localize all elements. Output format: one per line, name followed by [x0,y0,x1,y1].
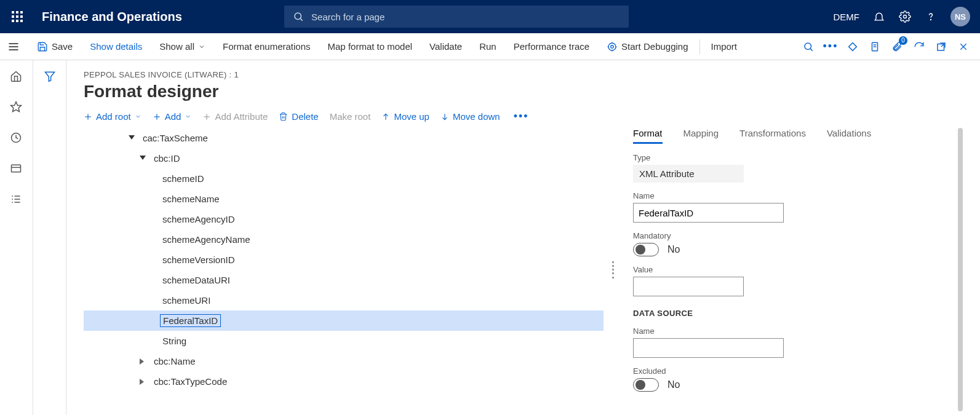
splitter-handle[interactable] [608,128,618,411]
nav-toggle-icon[interactable] [7,41,20,53]
start-debugging-label: Start Debugging [621,41,688,52]
collapse-icon[interactable] [127,133,137,143]
move-down-button[interactable]: Move down [440,111,500,122]
popout-icon[interactable] [934,40,948,53]
ds-name-input[interactable] [633,338,784,358]
search-action-icon[interactable] [802,40,815,53]
delete-button[interactable]: Delete [279,111,318,122]
tree-node-taxscheme[interactable]: cac:TaxScheme [84,128,604,148]
datasource-section: DATA SOURCE [633,309,963,318]
show-details-button[interactable]: Show details [81,33,151,60]
save-label: Save [52,41,73,52]
add-root-label: Add root [96,111,131,122]
tree-label: FederalTaxID [160,314,221,327]
home-icon[interactable] [10,70,23,84]
tree-node-schemeid[interactable]: schemeID [84,168,604,189]
recent-icon[interactable] [10,132,23,145]
tree-label: schemeAgencyName [160,234,253,245]
run-button[interactable]: Run [471,33,505,60]
star-icon[interactable] [10,101,23,114]
attachment-icon[interactable]: 0 [890,40,904,53]
mandatory-toggle[interactable] [633,243,659,256]
tree-node-federaltaxid[interactable]: FederalTaxID [84,310,604,331]
add-root-button[interactable]: Add root [84,111,141,122]
attachment-badge: 0 [899,36,907,45]
svg-marker-45 [140,379,144,385]
document-icon[interactable] [868,40,882,53]
svg-point-7 [611,45,614,48]
save-button[interactable]: Save [28,33,81,60]
move-up-button[interactable]: Move up [381,111,429,122]
tree-label: schemeID [160,173,207,184]
search-icon [293,11,304,22]
excluded-value: No [667,379,680,390]
scrollbar[interactable] [958,128,963,411]
app-launcher-icon[interactable] [10,9,25,24]
svg-point-2 [903,15,906,18]
modules-icon[interactable] [10,193,23,207]
add-attribute-label: Add Attribute [215,111,268,122]
workspace-icon[interactable] [10,162,23,176]
tree-label: schemeName [160,193,222,205]
filter-column [33,60,66,415]
performance-trace-button[interactable]: Performance trace [505,33,598,60]
bell-icon[interactable] [873,10,885,23]
excluded-toggle[interactable] [633,378,659,392]
tab-validations[interactable]: Validations [827,128,871,144]
tree-node-schemeagencyname[interactable]: schemeAgencyName [84,229,604,250]
more-actions-icon[interactable]: ••• [824,40,837,53]
tree-label: schemeDataURI [160,274,233,286]
tree-node-cbcid[interactable]: cbc:ID [84,148,604,168]
workspace: PEPPOL SALES INVOICE (LITWARE) : 1 Forma… [0,60,980,415]
tab-format[interactable]: Format [633,128,663,144]
tree-node-schemeuri[interactable]: schemeURI [84,290,604,310]
validate-button[interactable]: Validate [421,33,471,60]
expand-icon[interactable] [138,357,148,366]
tree-label: String [160,335,189,347]
start-debugging-button[interactable]: Start Debugging [598,33,696,60]
global-search[interactable] [284,6,629,28]
filter-icon[interactable] [44,70,56,415]
tab-transformations[interactable]: Transformations [739,128,806,144]
company-selector[interactable]: DEMF [833,12,859,22]
breadcrumb: PEPPOL SALES INVOICE (LITWARE) : 1 [84,70,963,79]
left-nav-rail [0,60,33,415]
value-input[interactable] [633,277,744,296]
map-format-button[interactable]: Map format to model [319,33,421,60]
diamond-icon[interactable] [846,40,859,53]
show-all-button[interactable]: Show all [151,33,214,60]
delete-label: Delete [292,111,318,122]
svg-point-13 [805,43,811,50]
show-all-label: Show all [159,41,194,52]
close-icon[interactable] [957,40,970,53]
search-input[interactable] [311,12,620,22]
tree-label: schemeVersionID [160,254,237,266]
expand-icon[interactable] [138,377,148,387]
name-label: Name [633,191,963,200]
tree-node-cbctaxtypecode[interactable]: cbc:TaxTypeCode [84,371,604,392]
top-navbar: Finance and Operations DEMF NS [0,0,980,33]
svg-marker-44 [140,358,144,365]
action-bar: Save Show details Show all Format enumer… [0,33,980,60]
collapse-icon[interactable] [138,154,148,164]
svg-line-1 [300,18,302,20]
tab-mapping[interactable]: Mapping [683,128,719,144]
add-button[interactable]: Add [153,111,192,122]
tree-label: cbc:ID [151,152,183,164]
tree-node-schemename[interactable]: schemeName [84,189,604,209]
avatar[interactable]: NS [950,7,970,26]
help-icon[interactable] [925,10,937,23]
tree-node-schemeagencyid[interactable]: schemeAgencyID [84,209,604,229]
import-button[interactable]: Import [703,33,746,60]
format-enumerations-button[interactable]: Format enumerations [214,33,319,60]
tree-node-schemeversionid[interactable]: schemeVersionID [84,250,604,270]
tree-more-icon[interactable]: ••• [511,110,532,123]
refresh-icon[interactable] [912,40,926,53]
type-value: XML Attribute [633,165,744,183]
tree-node-schemedatauri[interactable]: schemeDataURI [84,270,604,290]
name-input[interactable] [633,203,784,223]
tree-node-string[interactable]: String [84,331,604,351]
tree-node-cbcname[interactable]: cbc:Name [84,351,604,371]
tree-label: schemeURI [160,294,213,306]
gear-icon[interactable] [899,10,911,23]
